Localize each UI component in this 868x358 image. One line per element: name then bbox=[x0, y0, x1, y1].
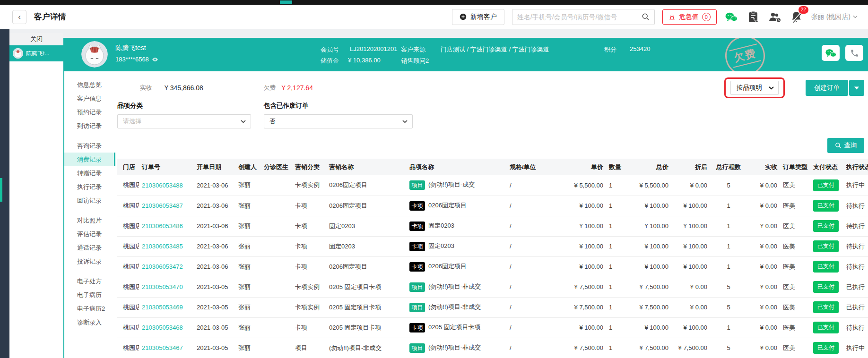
pay-status-badge: 已支付 bbox=[813, 322, 839, 333]
order-number-link[interactable]: 210305053467 bbox=[142, 344, 183, 351]
add-customer-button[interactable]: 新增客户 bbox=[452, 9, 504, 25]
cell-creator: 张丽 bbox=[235, 175, 261, 196]
cell-total: ¥ 5,500.00 bbox=[627, 175, 671, 196]
workspace: 关闭 陈腾飞t... 陈腾飞test 183****6568 会员号 LJ201… bbox=[0, 29, 868, 358]
menu-item-信息总览[interactable]: 信息总览 bbox=[64, 78, 115, 92]
search-input[interactable] bbox=[517, 13, 642, 21]
cell-exec_status: 待执行 bbox=[843, 236, 868, 256]
menu-item-转赠记录[interactable]: 转赠记录 bbox=[64, 166, 115, 180]
menu-item-到访记录[interactable]: 到访记录 bbox=[64, 119, 115, 133]
cell-unit_price: ¥ 100.00 bbox=[559, 196, 606, 216]
view-mode-select[interactable]: 按品项明 bbox=[730, 81, 779, 95]
cell-marketing_class: 卡项实例 bbox=[292, 175, 326, 196]
cell-marketing_name: 固定0203 bbox=[326, 236, 407, 256]
page-title: 客户详情 bbox=[34, 11, 66, 22]
stored-value-amount: ¥ 10,386.00 bbox=[348, 57, 381, 64]
cell-qty: 1 bbox=[606, 277, 627, 297]
registration-clipboard-icon[interactable] bbox=[746, 10, 760, 24]
cell-creator: 张丽 bbox=[235, 236, 261, 256]
menu-item-回访记录[interactable]: 回访记录 bbox=[64, 194, 115, 207]
cell-unit_price: ¥ 7,500.00 bbox=[559, 297, 606, 317]
cell-creator: 张丽 bbox=[235, 277, 261, 297]
column-header: 总疗程数 bbox=[710, 159, 747, 175]
column-header: 订单号 bbox=[139, 159, 194, 175]
table-body: 桃园店2103060534882021-03-06张丽卡项实例0206固定项目项… bbox=[117, 175, 868, 358]
order-number-link[interactable]: 210306053487 bbox=[142, 202, 183, 209]
cell-exec_status: 待执行 bbox=[843, 216, 868, 236]
customer-tab-active[interactable]: 陈腾飞t... bbox=[9, 45, 63, 61]
item-type-badge: 项目 bbox=[409, 282, 425, 292]
collapsed-nav-rail[interactable] bbox=[0, 17, 9, 358]
critical-count-badge: 0 bbox=[702, 13, 711, 21]
create-order-button[interactable]: 创建订单 bbox=[806, 80, 848, 96]
consumption-records-content: 实收 ¥ 345,866.08 欠费 ¥ 2,127.64 按品项明 创建订单 bbox=[115, 71, 868, 358]
column-header: 执行状态 bbox=[843, 159, 868, 175]
menu-item-客户信息[interactable]: 客户信息 bbox=[64, 92, 115, 105]
table-row: 桃园店2103050534672021-03-05张丽项目(勿动!!)项目-非成… bbox=[117, 338, 868, 358]
menu-item-对比照片[interactable]: 对比照片 bbox=[64, 213, 115, 227]
customer-avatar-small bbox=[13, 48, 23, 59]
critical-value-button[interactable]: 危急值 0 bbox=[662, 9, 717, 25]
menu-item-通话记录[interactable]: 通话记录 bbox=[64, 241, 115, 255]
wechat-icon[interactable] bbox=[724, 10, 738, 24]
menu-item-电子病历2[interactable]: 电子病历2 bbox=[64, 302, 115, 315]
query-button[interactable]: 查询 bbox=[827, 138, 864, 153]
close-tab[interactable]: 关闭 bbox=[9, 33, 63, 45]
cell-store: 桃园店 bbox=[117, 338, 139, 358]
menu-item-电子处方[interactable]: 电子处方 bbox=[64, 274, 115, 288]
user-menu[interactable]: 张丽 (桃园店) bbox=[811, 13, 858, 21]
notifications-muted-bell-icon[interactable]: 22 bbox=[790, 10, 804, 24]
menu-item-诊断录入[interactable]: 诊断录入 bbox=[64, 315, 115, 329]
cell-total: ¥ 100.00 bbox=[627, 216, 671, 236]
menu-item-预约记录[interactable]: 预约记录 bbox=[64, 105, 115, 119]
cell-store: 桃园店 bbox=[117, 297, 139, 317]
order-number-link[interactable]: 210306053472 bbox=[142, 263, 183, 270]
cell-creator: 张丽 bbox=[235, 256, 261, 277]
cell-sessions: 5 bbox=[710, 297, 747, 317]
order-number-link[interactable]: 210305053470 bbox=[142, 283, 183, 290]
menu-item-投诉记录[interactable]: 投诉记录 bbox=[64, 255, 115, 268]
cell-qty: 1 bbox=[606, 256, 627, 277]
order-number-link[interactable]: 210306053486 bbox=[142, 222, 183, 230]
cell-discounted: ¥ 0.00 bbox=[671, 297, 710, 317]
call-phone-button[interactable] bbox=[845, 45, 863, 61]
column-header: 数量 bbox=[606, 159, 627, 175]
cell-received: ¥ 0.00 bbox=[747, 236, 780, 256]
cell-received: ¥ 0.00 bbox=[747, 338, 780, 358]
search-icon[interactable] bbox=[642, 13, 650, 21]
category-filter-select[interactable]: 请选择 bbox=[117, 114, 251, 128]
table-row: 桃园店2103050534702021-03-05张丽卡项实例0205 固定项目… bbox=[117, 277, 868, 297]
points-label: 积分 bbox=[604, 45, 616, 54]
cell-sessions: 5 bbox=[710, 277, 747, 297]
menu-item-咨询记录[interactable]: 咨询记录 bbox=[64, 139, 115, 153]
menu-item-电子病历[interactable]: 电子病历 bbox=[64, 288, 115, 302]
cell-date: 2021-03-06 bbox=[194, 236, 235, 256]
cell-order_type: 医美 bbox=[780, 297, 810, 317]
eye-icon[interactable] bbox=[152, 57, 158, 62]
cell-marketing_name: 0205 固定项目卡项 bbox=[326, 317, 407, 338]
order-number-link[interactable]: 210305053468 bbox=[142, 324, 183, 331]
cell-marketing_name: 0206固定项目 bbox=[326, 256, 407, 277]
cell-spec: / bbox=[507, 317, 559, 338]
menu-item-执行记录[interactable]: 执行记录 bbox=[64, 180, 115, 194]
column-header: 门店 bbox=[117, 159, 139, 175]
item-name: 固定0203 bbox=[428, 242, 454, 249]
menu-item-评估记录[interactable]: 评估记录 bbox=[64, 227, 115, 241]
order-number-link[interactable]: 210306053485 bbox=[142, 243, 183, 250]
voided-filter-select[interactable]: 否 bbox=[264, 114, 413, 128]
menu-item-消费记录[interactable]: 消费记录 bbox=[64, 153, 115, 166]
item-type-badge: 项目 bbox=[409, 343, 425, 353]
order-number-link[interactable]: 210305053469 bbox=[142, 304, 183, 311]
received-label: 实收 bbox=[140, 84, 152, 92]
order-number-link[interactable]: 210306053488 bbox=[142, 182, 183, 189]
customers-schedule-icon[interactable] bbox=[768, 10, 782, 24]
column-header: 开单日期 bbox=[194, 159, 235, 175]
column-header: 分诊医生 bbox=[261, 159, 292, 175]
item-name: (勿动!!)项目-非成交 bbox=[428, 283, 481, 290]
back-button[interactable]: ‹ bbox=[12, 10, 26, 24]
create-order-dropdown-button[interactable] bbox=[849, 80, 864, 96]
cell-total: ¥ 100.00 bbox=[627, 317, 671, 338]
cell-marketing_name: 0205 固定项目卡项 bbox=[326, 277, 407, 297]
wechat-contact-button[interactable] bbox=[822, 45, 840, 61]
select-caret-icon bbox=[402, 120, 408, 123]
